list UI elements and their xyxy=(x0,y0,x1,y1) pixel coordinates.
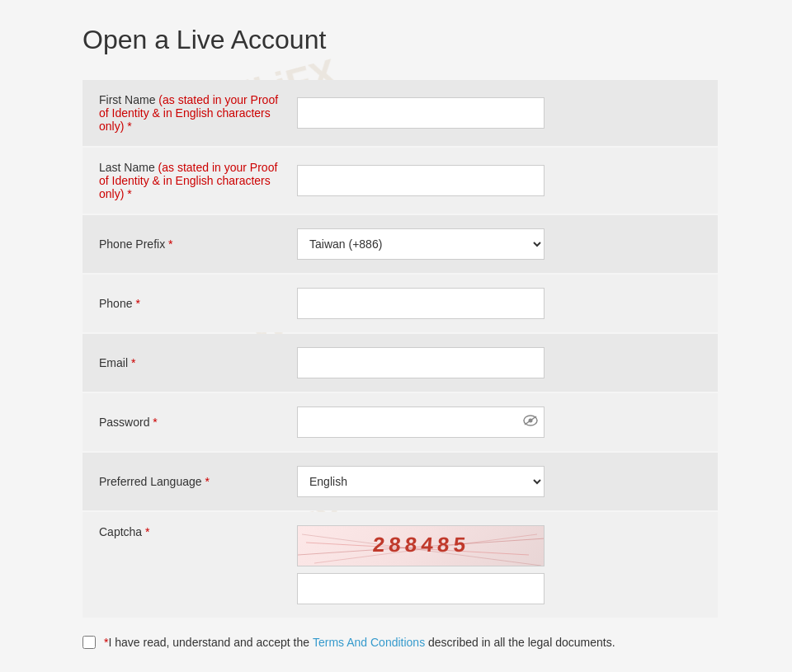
password-input-col xyxy=(297,406,701,438)
last-name-label: Last Name (as stated in your Proof of Id… xyxy=(99,161,297,200)
first-name-row: First Name (as stated in your Proof of I… xyxy=(82,80,718,146)
language-input-col: English Chinese (Simplified) Chinese (Tr… xyxy=(297,466,701,497)
captcha-row: Captcha * 288485 xyxy=(82,512,718,618)
language-label: Preferred Language * xyxy=(99,475,297,488)
email-input-col xyxy=(297,347,701,378)
phone-prefix-select[interactable]: Taiwan (+886) United States (+1) United … xyxy=(297,228,544,260)
password-toggle-icon[interactable] xyxy=(523,415,538,430)
phone-input-col xyxy=(297,288,701,319)
phone-prefix-row: Phone Prefix * Taiwan (+886) United Stat… xyxy=(82,215,718,273)
captcha-image: 288485 xyxy=(297,525,544,566)
last-name-input-col xyxy=(297,165,701,196)
language-row: Preferred Language * English Chinese (Si… xyxy=(82,453,718,510)
phone-prefix-label: Phone Prefix * xyxy=(99,237,297,251)
first-name-label: First Name (as stated in your Proof of I… xyxy=(99,93,297,133)
phone-row: Phone * xyxy=(82,275,718,332)
email-label: Email * xyxy=(99,356,297,369)
password-label: Password * xyxy=(99,416,297,429)
terms-row: * I have read, understand and accept the… xyxy=(82,619,718,665)
password-wrapper xyxy=(297,406,544,438)
last-name-row: Last Name (as stated in your Proof of Id… xyxy=(82,148,718,214)
svg-line-2 xyxy=(525,416,536,425)
page-title: Open a Live Account xyxy=(82,25,718,55)
captcha-value: 288485 xyxy=(371,533,470,558)
phone-prefix-input-col: Taiwan (+886) United States (+1) United … xyxy=(297,228,701,260)
first-name-input-col xyxy=(297,97,701,129)
last-name-input[interactable] xyxy=(297,165,544,196)
first-name-input[interactable] xyxy=(297,97,544,129)
password-row: Password * xyxy=(82,393,718,451)
captcha-inner: Captcha * 288485 xyxy=(99,525,701,604)
terms-prefix: I have read, understand and accept the xyxy=(108,636,309,649)
phone-input[interactable] xyxy=(297,288,544,319)
captcha-input-col: 288485 xyxy=(297,525,701,604)
terms-checkbox[interactable] xyxy=(82,636,96,649)
password-input[interactable] xyxy=(297,406,544,438)
email-input[interactable] xyxy=(297,347,544,378)
terms-suffix: described in all the legal documents. xyxy=(428,636,615,649)
captcha-input[interactable] xyxy=(297,573,544,604)
terms-link[interactable]: Terms And Conditions xyxy=(313,636,425,649)
phone-label: Phone * xyxy=(99,297,297,310)
email-row: Email * xyxy=(82,334,718,392)
language-select[interactable]: English Chinese (Simplified) Chinese (Tr… xyxy=(297,466,544,497)
captcha-label: Captcha * xyxy=(99,525,297,538)
